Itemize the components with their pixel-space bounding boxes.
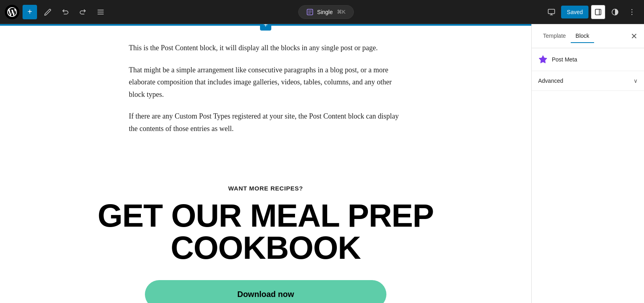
cta-subtitle: WANT MORE RECIPES?: [8, 185, 523, 192]
block-divider: +: [0, 24, 531, 26]
advanced-title: Advanced: [538, 78, 563, 84]
desktop-view-button[interactable]: [544, 5, 559, 19]
toolbar-right: Saved: [544, 5, 639, 19]
redo-button[interactable]: [76, 5, 90, 19]
edit-mode-button[interactable]: [40, 5, 55, 19]
options-button[interactable]: [625, 5, 639, 19]
download-now-button[interactable]: Download now: [145, 280, 386, 303]
sidebar-tabs: Template Block: [538, 29, 594, 43]
post-meta-icon: [538, 55, 548, 64]
paragraph-3: If there are any Custom Post Types regis…: [129, 110, 402, 135]
single-pill[interactable]: Single ⌘K: [298, 5, 354, 19]
sidebar: Template Block ✕ Post Meta Advanced ∨: [531, 24, 644, 303]
saved-button[interactable]: Saved: [561, 6, 588, 18]
sidebar-close-button[interactable]: ✕: [631, 31, 638, 41]
svg-point-5: [632, 11, 632, 12]
layout: + This is the Post Content block, it wil…: [0, 24, 644, 303]
svg-point-6: [632, 14, 632, 14]
sidebar-toggle-button[interactable]: [591, 5, 605, 19]
svg-rect-2: [595, 9, 601, 15]
cta-section: WANT MORE RECIPES? GET OUR MEAL PREP COO…: [0, 161, 531, 303]
tab-block[interactable]: Block: [571, 29, 594, 43]
sidebar-header: Template Block ✕: [532, 24, 644, 48]
shortcut-label: ⌘K: [337, 9, 346, 15]
advanced-section: Advanced ∨: [532, 71, 644, 91]
paragraph-1: This is the Post Content block, it will …: [129, 42, 402, 54]
contrast-toggle-button[interactable]: [608, 5, 622, 19]
cta-title: GET OUR MEAL PREP COOKBOOK: [8, 200, 523, 264]
list-view-button[interactable]: [93, 5, 108, 19]
wp-logo[interactable]: [5, 5, 19, 19]
chevron-down-icon: ∨: [634, 78, 638, 84]
block-inserter-button[interactable]: +: [260, 24, 271, 31]
add-block-button[interactable]: +: [23, 5, 37, 19]
main-content: + This is the Post Content block, it wil…: [0, 24, 531, 303]
post-meta-label: Post Meta: [552, 56, 577, 63]
single-label: Single: [317, 9, 333, 15]
tab-template[interactable]: Template: [538, 29, 571, 43]
svg-rect-1: [548, 9, 555, 14]
undo-button[interactable]: [58, 5, 72, 19]
advanced-header[interactable]: Advanced ∨: [538, 78, 638, 84]
main-toolbar: + Single ⌘K: [0, 0, 644, 24]
svg-point-4: [632, 9, 632, 10]
paragraph-2: That might be a simple arrangement like …: [129, 64, 402, 101]
post-meta-row: Post Meta: [532, 48, 644, 71]
content-area: This is the Post Content block, it will …: [121, 26, 411, 161]
